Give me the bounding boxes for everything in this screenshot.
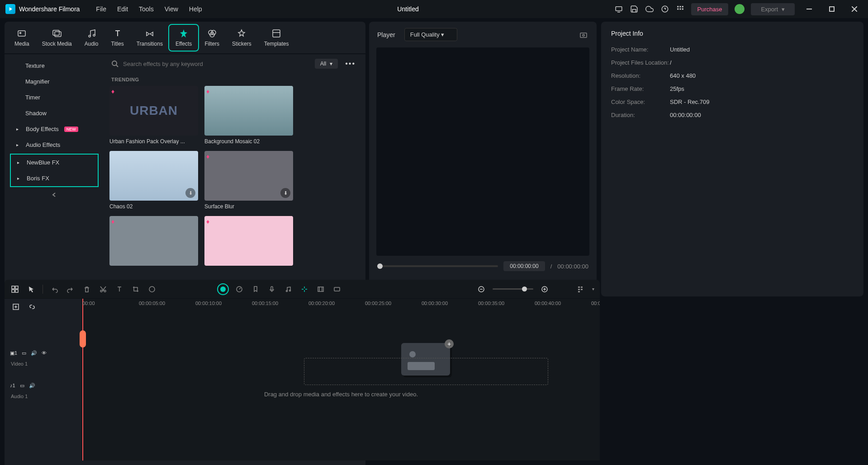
sync-icon[interactable]: [299, 284, 309, 294]
svg-rect-35: [12, 290, 14, 292]
tab-filters[interactable]: Filters: [198, 25, 226, 51]
menu-help[interactable]: Help: [189, 5, 202, 13]
sidebar-item-shadow[interactable]: Shadow: [7, 105, 101, 121]
cut-icon[interactable]: [98, 284, 108, 294]
zoom-slider[interactable]: [493, 288, 533, 290]
visibility-icon[interactable]: 👁: [42, 350, 47, 356]
tab-stickers[interactable]: Stickers: [226, 25, 258, 51]
tab-titles[interactable]: Titles: [104, 25, 130, 51]
mute-icon[interactable]: 🔊: [29, 383, 35, 389]
sidebar-item-audioeffects[interactable]: Audio Effects: [7, 137, 101, 153]
sidebar-item-magnifier[interactable]: Magnifier: [7, 74, 101, 89]
add-track-icon[interactable]: [11, 302, 21, 312]
more-button[interactable]: •••: [342, 60, 358, 68]
drop-zone[interactable]: [304, 358, 548, 385]
redo-icon[interactable]: [66, 284, 76, 294]
audio-track-header[interactable]: ♪1 ▭ 🔊: [5, 375, 82, 396]
video-track-header[interactable]: ▣1 ▭ 🔊 👁: [5, 342, 82, 364]
crop-icon[interactable]: [131, 284, 141, 294]
effect-card[interactable]: ♦⬇Surface Blur: [204, 151, 293, 210]
tab-stockmedia[interactable]: Stock Media: [36, 25, 78, 51]
sidebar-item-borisfx[interactable]: Boris FX: [11, 170, 98, 186]
menu-file[interactable]: File: [96, 5, 106, 13]
export-button[interactable]: Export▾: [751, 3, 795, 15]
new-badge: NEW: [64, 127, 78, 132]
snapshot-icon[interactable]: [579, 30, 588, 40]
record-icon[interactable]: [332, 284, 342, 294]
timeline-panel: ▾ 00:0000:00:05:0000:00:10:0000:00:15:00…: [5, 280, 600, 460]
text-tool-icon[interactable]: [114, 284, 124, 294]
quality-dropdown[interactable]: Full Quality ▾: [404, 28, 458, 41]
avatar[interactable]: [735, 4, 745, 14]
zoom-out-icon[interactable]: [476, 284, 486, 294]
delete-icon[interactable]: [82, 284, 92, 294]
apps-icon[interactable]: [676, 5, 685, 14]
svg-rect-13: [18, 31, 25, 36]
add-media-icon[interactable]: +: [445, 339, 454, 348]
cursor-icon[interactable]: [26, 284, 36, 294]
effect-card[interactable]: ♦: [109, 216, 198, 268]
drop-hint-text: Drag and drop media and effects here to …: [82, 391, 600, 398]
tab-media[interactable]: Media: [8, 25, 36, 51]
auto-icon[interactable]: [218, 284, 228, 294]
layout-icon[interactable]: [10, 284, 20, 294]
projinfo-value: Untitled: [670, 46, 690, 53]
mute-icon[interactable]: 🔊: [31, 350, 37, 356]
screen-icon[interactable]: [614, 5, 623, 14]
download-icon[interactable]: ⬇: [280, 188, 290, 198]
music-icon[interactable]: [283, 284, 293, 294]
timeline-tracks[interactable]: + Drag and drop media and effects here t…: [82, 315, 600, 460]
tab-effects[interactable]: Effects: [169, 25, 198, 51]
timeline-ruler[interactable]: 00:0000:00:05:0000:00:10:0000:00:15:0000…: [82, 299, 600, 315]
effect-card[interactable]: ♦Background Mosaic 02: [204, 86, 293, 145]
zoom-in-icon[interactable]: [540, 284, 550, 294]
cloud-icon[interactable]: [645, 5, 654, 14]
download-icon[interactable]: ⬇: [185, 188, 195, 198]
player-tab[interactable]: Player: [377, 31, 395, 38]
minimize-button[interactable]: [801, 2, 817, 16]
folder-icon[interactable]: ▭: [20, 383, 24, 389]
marker-icon[interactable]: [251, 284, 261, 294]
menu-view[interactable]: View: [165, 5, 178, 13]
tab-transitions[interactable]: Transitions: [130, 25, 169, 51]
sidebar-item-bodyeffects[interactable]: Body EffectsNEW: [7, 121, 101, 137]
playhead-line[interactable]: [82, 315, 83, 460]
search-input[interactable]: [123, 61, 310, 67]
player-viewport[interactable]: [376, 47, 589, 256]
close-button[interactable]: [846, 2, 863, 16]
undo-icon[interactable]: [49, 284, 59, 294]
sidebar-item-timer[interactable]: Timer: [7, 89, 101, 105]
scrubber-thumb[interactable]: [377, 263, 383, 269]
menu-edit[interactable]: Edit: [117, 5, 128, 13]
all-dropdown[interactable]: All▾: [315, 59, 338, 69]
mixer-icon[interactable]: [316, 284, 326, 294]
menu-tools[interactable]: Tools: [139, 5, 154, 13]
tab-templates[interactable]: Templates: [258, 25, 295, 51]
help-icon[interactable]: [660, 5, 669, 14]
project-info-panel: Project Info Project Name:Untitled Proje…: [601, 22, 863, 296]
folder-icon[interactable]: ▭: [22, 350, 26, 356]
tracks-view-icon[interactable]: [576, 284, 586, 294]
effect-card[interactable]: ♦: [204, 216, 293, 268]
svg-point-38: [104, 290, 106, 292]
link-icon[interactable]: [27, 302, 37, 312]
chevron-down-icon[interactable]: ▾: [592, 287, 594, 291]
color-icon[interactable]: [147, 284, 157, 294]
effect-card[interactable]: ⬇Chaos 02: [109, 151, 198, 210]
speed-icon[interactable]: [234, 284, 244, 294]
tab-audio[interactable]: Audio: [78, 25, 105, 51]
audio-icon: [86, 28, 96, 38]
mic-icon[interactable]: [267, 284, 277, 294]
scrubber[interactable]: [377, 265, 498, 267]
svg-rect-58: [581, 289, 583, 290]
purchase-button[interactable]: Purchase: [691, 3, 729, 15]
sidebar-item-texture[interactable]: Texture: [7, 58, 101, 74]
zoom-thumb[interactable]: [522, 287, 527, 291]
sidebar-collapse-button[interactable]: [7, 188, 101, 202]
maximize-button[interactable]: [824, 2, 840, 16]
playhead-grip[interactable]: [80, 330, 86, 348]
save-icon[interactable]: [630, 5, 639, 14]
audio-track-label: Audio 1: [5, 394, 82, 399]
sidebar-item-newbluefx[interactable]: NewBlue FX: [11, 155, 98, 170]
effect-card[interactable]: ♦URBANUrban Fashion Pack Overlay ...: [109, 86, 198, 145]
